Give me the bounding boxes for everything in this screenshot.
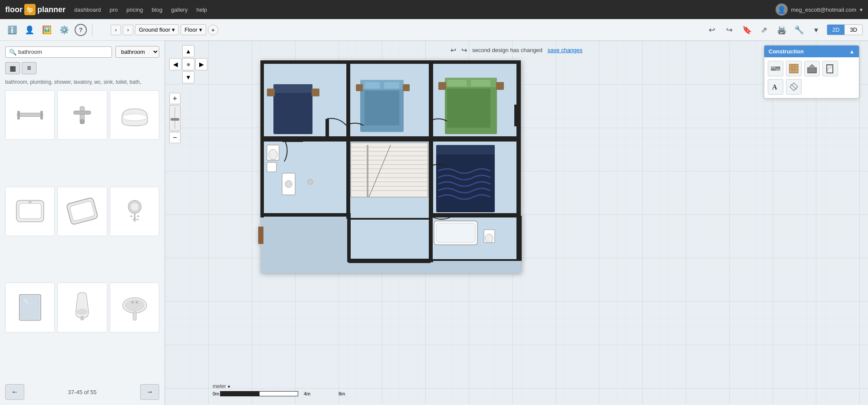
photo-button[interactable]: 🖼️ <box>40 23 54 37</box>
door-tool-button[interactable] <box>822 61 838 76</box>
list-view-button[interactable]: ≡ <box>22 62 36 74</box>
view-3d-button[interactable]: 3D <box>845 25 862 35</box>
zoom-slider[interactable] <box>169 105 181 131</box>
pagination: ← 37-45 of 55 → <box>5 381 159 400</box>
svg-rect-47 <box>347 259 433 262</box>
roof-tool-button[interactable] <box>804 61 820 76</box>
pan-up-button[interactable]: ▲ <box>182 45 194 57</box>
notification-text: second design has changed <box>472 47 542 53</box>
view-mode-buttons: ▦ ≡ <box>5 62 36 74</box>
pan-down-button[interactable]: ▼ <box>182 71 194 83</box>
wall-tool-button[interactable] <box>768 61 783 76</box>
list-item[interactable] <box>57 283 107 332</box>
roof-icon <box>807 63 817 74</box>
list-item[interactable] <box>5 187 55 236</box>
list-item[interactable] <box>110 90 159 140</box>
share-button[interactable]: ⇗ <box>757 23 771 37</box>
person-button[interactable]: 👤 <box>23 23 36 37</box>
bathtub-top-1-icon <box>13 194 47 228</box>
search-box[interactable]: 🔍 <box>5 46 112 58</box>
floor-tool-button[interactable] <box>786 61 802 76</box>
svg-point-23 <box>77 309 88 314</box>
construction-collapse-button[interactable]: ▲ <box>849 49 855 55</box>
zoom-in-button[interactable]: + <box>169 93 181 104</box>
svg-rect-115 <box>827 65 833 73</box>
svg-rect-78 <box>351 143 428 197</box>
bookmark-button[interactable]: 🔖 <box>740 23 754 37</box>
svg-rect-62 <box>403 84 410 91</box>
zoom-handle[interactable] <box>171 118 179 121</box>
floor-type-dropdown[interactable]: Floor ▾ <box>181 24 206 35</box>
undo-button[interactable]: ↩ <box>705 23 719 37</box>
separator-1 <box>92 23 92 36</box>
svg-rect-68 <box>438 82 446 90</box>
list-item[interactable] <box>5 283 55 332</box>
zoom-out-button[interactable]: − <box>169 132 181 143</box>
zoom-controls: + − <box>169 93 181 143</box>
logo[interactable]: floor fp planner <box>5 4 66 15</box>
top-navigation: floor fp planner dashboard pro pricing b… <box>0 0 868 19</box>
pan-mid-row: ◀ ⊕ ▶ <box>169 58 207 70</box>
prev-floor-button[interactable]: ‹ <box>111 25 121 35</box>
search-input[interactable] <box>18 49 108 55</box>
nav-dashboard[interactable]: dashboard <box>74 7 101 13</box>
info-button[interactable]: ℹ️ <box>5 23 19 37</box>
list-item[interactable] <box>57 187 107 236</box>
scale-unit-dropdown[interactable]: ▾ <box>228 384 230 389</box>
next-floor-button[interactable]: › <box>123 25 133 35</box>
nav-pricing[interactable]: pricing <box>126 7 143 13</box>
undo-icon[interactable]: ↩ <box>450 46 456 54</box>
shower-bar-icon <box>13 98 47 132</box>
category-dropdown[interactable]: bathroom kitchen living room bedroom <box>115 46 159 58</box>
user-dropdown-icon[interactable]: ▾ <box>860 7 863 13</box>
svg-rect-67 <box>447 89 490 128</box>
svg-point-72 <box>269 149 277 160</box>
svg-rect-54 <box>312 89 319 96</box>
svg-rect-90 <box>367 145 368 197</box>
svg-point-19 <box>137 216 139 217</box>
svg-rect-107 <box>776 69 780 70</box>
urinal-icon <box>65 290 99 325</box>
svg-rect-21 <box>21 296 39 319</box>
construction-panel: Construction ▲ <box>764 45 859 99</box>
list-item[interactable] <box>5 90 55 140</box>
nav-blog[interactable]: blog <box>152 7 163 13</box>
canvas-area[interactable]: ▲ ◀ ⊕ ▶ ▼ + − ↩ ↪ second design has chan… <box>165 41 868 405</box>
list-item[interactable] <box>110 283 159 332</box>
view-2d-button[interactable]: 2D <box>827 25 845 35</box>
ground-floor-dropdown[interactable]: Ground floor ▾ <box>135 24 179 35</box>
prev-page-button[interactable]: ← <box>5 384 24 400</box>
wrench-button[interactable]: 🔧 <box>792 23 806 37</box>
print-button[interactable]: 🖨️ <box>775 23 789 37</box>
list-item[interactable] <box>57 90 107 140</box>
svg-rect-98 <box>429 166 432 187</box>
nav-pro[interactable]: pro <box>109 7 118 13</box>
grid-view-button[interactable]: ▦ <box>5 62 20 74</box>
nav-help[interactable]: help <box>196 7 207 13</box>
svg-rect-91 <box>436 145 495 212</box>
list-item[interactable] <box>110 187 159 236</box>
next-page-button[interactable]: → <box>140 384 159 400</box>
more-button[interactable]: ▾ <box>809 23 823 37</box>
user-info: 👤 meg_escott@hotmail.com ▾ <box>776 3 863 16</box>
help-button[interactable]: ? <box>75 24 87 36</box>
scale-line <box>220 391 298 396</box>
text-tool-button[interactable]: A <box>768 79 783 95</box>
pan-right-button[interactable]: ▶ <box>195 58 207 70</box>
svg-rect-61 <box>356 84 363 91</box>
view-toggle: 2D 3D <box>827 24 863 35</box>
redo-icon[interactable]: ↪ <box>461 46 467 54</box>
save-changes-link[interactable]: save changes <box>548 47 582 53</box>
redo-button[interactable]: ↪ <box>723 23 736 37</box>
settings-button[interactable]: ⚙️ <box>57 23 71 37</box>
svg-rect-9 <box>19 204 41 219</box>
svg-rect-53 <box>267 89 275 96</box>
pan-left-button[interactable]: ◀ <box>169 58 181 70</box>
svg-rect-108 <box>789 64 798 73</box>
erase-tool-button[interactable] <box>786 79 802 95</box>
pan-center-button[interactable]: ⊕ <box>182 58 194 70</box>
svg-rect-0 <box>17 113 43 116</box>
add-floor-button[interactable]: + <box>208 25 218 35</box>
nav-gallery[interactable]: gallery <box>171 7 187 13</box>
scale-unit-selector[interactable]: meter ▾ <box>213 383 298 389</box>
